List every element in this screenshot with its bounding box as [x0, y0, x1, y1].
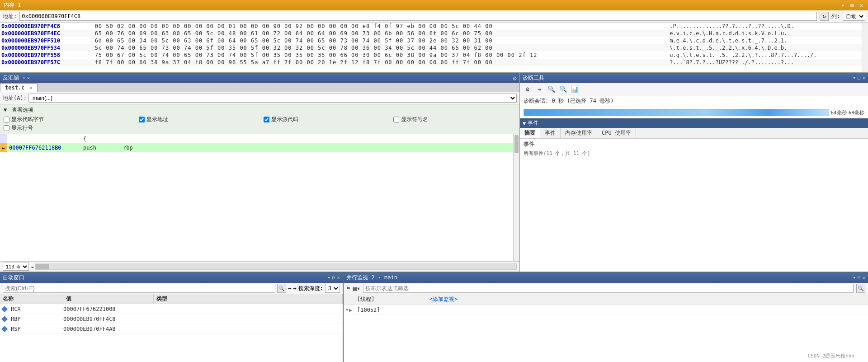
timeline-label-68: 68毫秒	[849, 109, 864, 116]
disasm-content: { ► 00007FF6762118B0 push rbp	[0, 134, 519, 261]
events-tab-cpu[interactable]: CPU 使用率	[597, 128, 636, 138]
memory-row: 0x000000EB970FF4C8 00 50 02 00 00 00 00 …	[0, 23, 862, 30]
memory-dock-btn[interactable]: ⊟	[849, 2, 855, 9]
timeline-label-64: 64毫秒	[831, 109, 847, 116]
search-btn[interactable]: 🔍	[277, 284, 286, 293]
auto-row[interactable]: RSP 000000EB970FF4A8	[0, 324, 343, 334]
address-input[interactable]	[19, 12, 817, 21]
arrow-icon: ▼	[4, 107, 7, 113]
disasm-scrollbar-thumb	[514, 135, 519, 153]
auto-panel: 自动窗口 ▾ ⊟ ✕ 🔍 ← → 搜索深度: 3 名称 值 类型	[0, 273, 344, 362]
events-tab-memory[interactable]: 内存使用率	[561, 128, 597, 138]
par-col-thread: [线程]	[354, 296, 427, 303]
diag-pin-btn[interactable]: ▾	[853, 75, 856, 81]
auto-row-value: 000000EB970FF4A8	[63, 326, 154, 332]
events-tab-summary[interactable]: 摘要	[520, 128, 540, 138]
memory-row: 0x000000EB970FF4EC 65 00 76 00 69 00 63 …	[0, 30, 862, 37]
mem-ascii: ?...`8?.7.?...?UZ???? ./.?........?...	[668, 59, 862, 66]
auto-pin-btn[interactable]: ▾	[327, 275, 330, 281]
col-header-name: 名称	[0, 294, 63, 304]
mem-hex: 5c 00 74 00 65 00 73 00 74 00 5f 00 35 0…	[94, 44, 669, 52]
disasm-tab-testc[interactable]: test.c ✕	[0, 83, 38, 92]
memory-table: 0x000000EB970FF4C8 00 50 02 00 00 00 00 …	[0, 23, 862, 66]
auto-controls: ▾ ⊟ ✕	[327, 275, 340, 281]
zoom-select[interactable]: 113 %	[3, 263, 29, 271]
cb-show-line[interactable]	[4, 125, 9, 131]
diag-zoom-out-btn[interactable]: 🔍	[546, 84, 556, 94]
auto-dock-btn[interactable]: ⊟	[332, 275, 335, 281]
search-input[interactable]	[3, 284, 275, 293]
auto-row[interactable]: RCX 00007FF676221008	[0, 304, 343, 314]
depth-select[interactable]: 3	[325, 284, 340, 293]
cb-show-addr[interactable]	[139, 117, 145, 122]
bottom-row: 自动窗口 ▾ ⊟ ✕ 🔍 ← → 搜索深度: 3 名称 值 类型	[0, 272, 868, 362]
parallel-dock-btn[interactable]: ⊟	[858, 275, 861, 281]
parallel-rows: [线程] <添加监视> ⚑ ▶ [10052]	[344, 294, 868, 362]
parallel-pin-btn[interactable]: ▾	[853, 275, 856, 281]
disasm-footer-scrollbar[interactable]	[35, 263, 517, 270]
par-thread-0: [10052]	[354, 307, 427, 313]
par-col-watch[interactable]: <添加监视>	[427, 296, 868, 303]
cb-show-sym[interactable]	[393, 117, 399, 122]
row-marker-highlight: ►	[0, 143, 7, 152]
disasm-row-push: ► 00007FF6762118B0 push rbp	[0, 143, 519, 152]
diag-chart-btn[interactable]: 📊	[570, 84, 580, 94]
option-show-addr: 显示地址	[139, 116, 256, 123]
disasm-footer-scrollbar-thumb	[36, 264, 49, 269]
disasm-title: 反汇编	[3, 74, 19, 82]
auto-close-btn[interactable]: ✕	[337, 275, 340, 281]
depth-label: 搜索深度:	[298, 285, 323, 292]
events-section: ▼ 事件 摘要 事件 内存使用率 CPU 使用率 事件 所有事件(11 个，共 …	[520, 118, 868, 272]
memory-close-btn[interactable]: ✕	[859, 2, 864, 9]
parallel-close-btn[interactable]: ✕	[862, 275, 865, 281]
view-options-title[interactable]: ▼ 查看选项	[4, 106, 516, 114]
row-marker	[0, 134, 7, 143]
disasm-addr-label: 地址(A):	[3, 94, 27, 102]
parallel-panel: 并行监视 2 - main ▾ ⊟ ✕ ⚑ ▦▾ 🔍 [线程] <添加监视> ⚑	[344, 273, 868, 362]
parallel-controls: ▾ ⊟ ✕	[853, 275, 865, 281]
nav-back-btn[interactable]: ←	[288, 285, 291, 291]
auto-rows: RCX 00007FF676221008 RBP 000000EB970FF4C…	[0, 304, 343, 362]
col-select[interactable]: 自动	[843, 12, 865, 21]
mem-addr: 0x000000EB970FF510	[0, 37, 94, 44]
auto-titlebar: 自动窗口 ▾ ⊟ ✕	[0, 273, 343, 283]
parallel-search-btn[interactable]: 🔍	[856, 284, 865, 293]
flag-icon: ⚑	[346, 285, 350, 292]
grid-btn[interactable]: ▦▾	[353, 285, 360, 292]
events-content: 事件 所有事件(11 个，共 11 个)	[520, 139, 868, 159]
refresh-btn[interactable]: ↻	[820, 12, 829, 21]
diag-export-btn[interactable]: ⇥	[534, 84, 544, 94]
filter-input[interactable]	[363, 284, 854, 293]
diag-zoom-in-btn[interactable]: 🔍	[558, 84, 568, 94]
disasm-tabs: test.c ✕	[0, 83, 519, 92]
diamond-icon	[1, 306, 8, 312]
parallel-data-row-0: ⚑ ▶ [10052]	[344, 305, 868, 315]
auto-row-name: RCX	[9, 306, 63, 312]
auto-title: 自动窗口	[3, 274, 24, 282]
cb-code-bytes[interactable]	[4, 117, 9, 122]
cb-show-src[interactable]	[264, 117, 269, 122]
auto-row[interactable]: RBP 000000EB970FF4C8	[0, 314, 343, 324]
memory-scrollbar[interactable]	[862, 23, 868, 72]
events-tab-events[interactable]: 事件	[540, 128, 561, 138]
address-label: 地址:	[3, 13, 17, 20]
tab-close-btn[interactable]: ✕	[30, 85, 33, 90]
option-show-line: 显示行号	[4, 124, 132, 132]
disasm-pin-icon[interactable]: ▾	[23, 75, 25, 80]
disasm-x-btn[interactable]: ✕	[27, 75, 30, 80]
events-section-title: 事件	[524, 141, 864, 148]
scroll-left-btn[interactable]: ◄	[31, 264, 33, 269]
par-flag-0: ⚑ ▶	[344, 307, 354, 313]
disasm-scrollbar-right[interactable]	[513, 134, 519, 261]
disasm-addr-select[interactable]: main(...)	[28, 94, 517, 103]
mem-ascii: u.g.\.t.e.s.t._.5._.2.2.\.?....8?.7...?.…	[668, 52, 862, 59]
memory-title: 内存 1	[4, 1, 21, 9]
memory-pin-btn[interactable]: ▾	[840, 2, 846, 9]
diag-close-btn[interactable]: ✕	[862, 75, 865, 81]
diag-settings-btn[interactable]: ⚙	[523, 84, 533, 94]
diagnostics-title: 诊断工具	[523, 74, 544, 82]
auto-row-icon	[0, 327, 9, 331]
disasm-settings-btn[interactable]: ⚙	[513, 75, 517, 82]
nav-forward-btn[interactable]: →	[293, 285, 297, 291]
diag-dock-btn[interactable]: ⊟	[858, 75, 861, 81]
